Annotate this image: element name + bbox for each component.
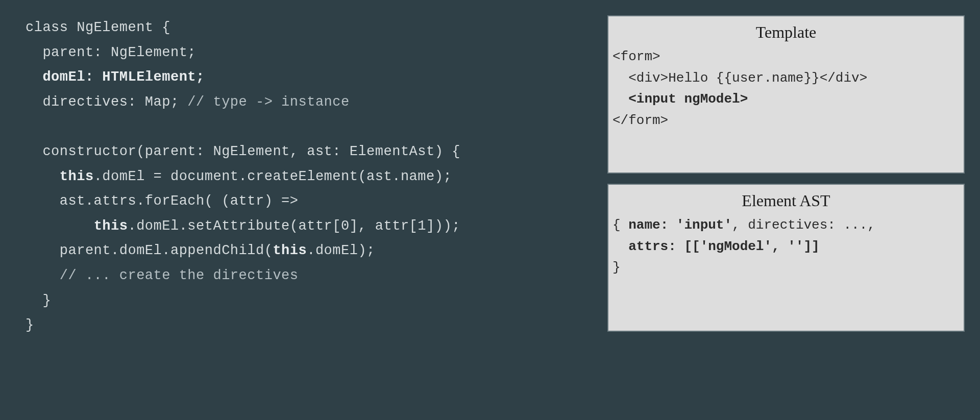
template-panel: Template <form> <div>Hello {{user.name}}… — [607, 15, 965, 174]
template-panel-body: <form> <div>Hello {{user.name}}</div> <i… — [608, 46, 964, 136]
ast-line: } — [612, 260, 621, 275]
code-line: ast.attrs.forEach( (attr) => — [26, 193, 298, 209]
code-line: constructor(parent: NgElement, ast: Elem… — [26, 144, 460, 159]
element-ast-panel-title: Element AST — [608, 185, 964, 215]
code-line: // ... create the directives — [26, 268, 299, 283]
code-line: } — [26, 317, 34, 333]
template-line-highlight: <input ngModel> — [612, 91, 748, 107]
code-line: parent.domEl.appendChild(this.domEl); — [26, 243, 375, 258]
code-line: directives: Map; // type -> instance — [26, 94, 350, 110]
code-line: this.domEl.setAttribute(attr[0], attr[1]… — [26, 218, 460, 234]
ast-line: attrs: [['ngModel', '']] — [612, 239, 820, 254]
code-line: parent: NgElement; — [26, 45, 196, 60]
code-line: } — [26, 293, 51, 308]
template-panel-title: Template — [608, 16, 964, 46]
code-line: domEl: HTMLElement; — [26, 69, 205, 85]
template-line: <div>Hello {{user.name}}</div> — [612, 70, 867, 86]
template-line: </form> — [612, 113, 668, 128]
template-line: <form> — [612, 49, 660, 64]
ast-line: { name: 'input', directives: ..., — [612, 217, 875, 233]
element-ast-panel-body: { name: 'input', directives: ..., attrs:… — [608, 215, 964, 284]
code-block: class NgElement { parent: NgElement; dom… — [26, 15, 587, 338]
code-line: class NgElement { — [26, 20, 170, 35]
element-ast-panel: Element AST { name: 'input', directives:… — [607, 184, 965, 332]
code-line: this.domEl = document.createElement(ast.… — [26, 169, 452, 184]
